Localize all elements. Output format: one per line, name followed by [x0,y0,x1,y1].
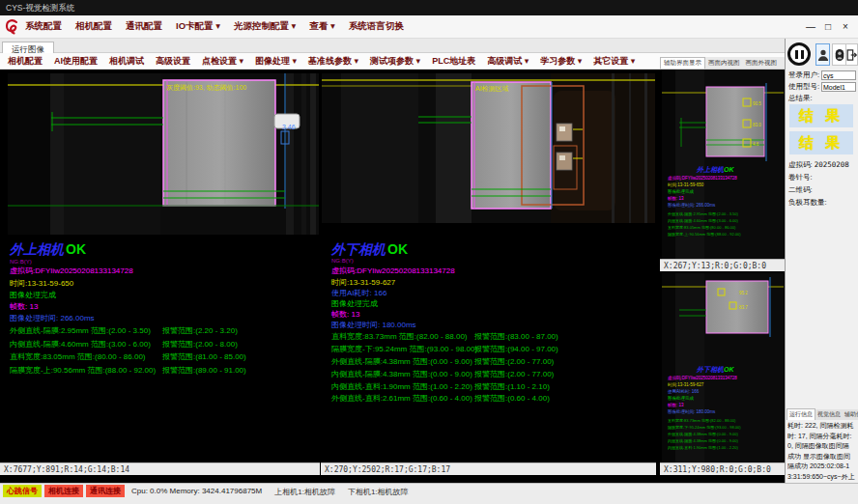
result-ok: OK [724,366,734,373]
left-measurements: 外侧直线-隔膜:2.95mm 范围:(2.00 - 3.50) 报警范围:(2.… [0,325,320,378]
thumb-tab-aux[interactable]: 辅助界面显示 [660,57,705,69]
measurement-text: 内侧直线-直料:1.90mm 范围:(1.00 - 2.20) [331,381,472,392]
log-tab-run[interactable]: 运行信息 [786,408,815,420]
middle-camera-image[interactable]: AI检测区域 [322,73,655,223]
ng-label: NG:B(Y) [331,258,354,264]
process-time: 图像处理时间: 180.00ms [668,408,716,415]
log-tab-aux[interactable]: 辅助信息 [843,409,858,420]
measurement-text: 直料宽度:83.73mm 范围:(82.00 - 88.00) [331,331,468,342]
cell-region [163,80,275,206]
left-camera-image[interactable]: 3.46 灰度阈值:93, 动态阈值:100 [8,73,319,235]
exit-button[interactable] [845,43,858,66]
middle-camera-title: 外下相机OK [331,241,408,259]
marker-label: 83.0 [753,123,761,127]
thumb-tab-strip: 辅助界面显示 画面内视图 画面外视图 [660,57,785,70]
title-bar: CYS-视觉检测系统 [0,0,858,15]
capture-time: 时间:13-31-59-650 [10,278,73,289]
menu-item[interactable]: IO卡配置 ▾ [176,20,220,33]
virtual-code: 虚拟码:DFYIiw20250208133134728 [331,266,455,276]
toolbar-item[interactable]: AI使用配置 [54,55,98,68]
alarm-range: 报警范围:(2.00 - 77.00) [474,369,554,379]
result-ok: OK [66,241,86,257]
heartbeat-badge: 心跳信号 [3,485,42,497]
virtual-code: 虚拟码:DFYIiw20250208133134728 [668,175,737,181]
toolbar-item[interactable]: 基准线参数 ▾ [308,55,358,68]
login-user-row: 登录用户: [788,70,856,80]
ai-region-label: AI检测区域 [475,85,509,93]
result-ok: OK [387,241,408,257]
toolbar-item[interactable]: PLC地址表 [432,55,475,68]
menu-item[interactable]: 系统配置 [25,20,62,33]
svg-text:外下相机OK: 外下相机OK [696,366,734,374]
measurement-row: 直料宽度:83.73mm 范围:(82.00 - 88.00) 报警范围:(83… [322,331,656,344]
frame-count: 帧数: 13 [668,196,684,201]
toolbar-item[interactable]: 相机配置 [8,55,43,68]
alarm-range: 报警范围:(89.00 - 91.00) [162,365,246,376]
thumb1-camera-image[interactable]: 90.5 83.0 4.6 外上相机OK 虚拟码:DFYIiw202502081… [662,70,784,259]
menu-item[interactable]: 通讯配置 [126,20,162,33]
measurement-row: 外侧直线-隔膜:4.38mm 范围:(0.00 - 9.00) 报警范围:(2.… [322,356,656,369]
virtual-code-label: 虚拟码: [788,160,813,169]
toolbar-item[interactable]: 高级调试 ▾ [487,55,529,68]
menu-item[interactable]: 系统语言切换 [349,20,404,33]
toolbar-item[interactable]: 学习参数 ▾ [540,55,582,68]
frame-count: 帧数: 13 [331,309,359,320]
menu-item[interactable]: 相机配置 [75,20,112,33]
upper-camera-status: 上相机1:相机故障 [274,485,335,497]
marker-label: 95.2 [739,291,748,295]
middle-pixel-readout: X:270;Y:2502;R:17;G:17;B:17 [321,462,656,475]
toolbar-item[interactable]: 其它设置 ▾ [593,55,635,68]
threshold-label: 灰度阈值:93, 动态阈值:100 [166,84,246,92]
model-input[interactable] [821,82,856,92]
svg-text:外上相机OK: 外上相机OK [696,166,734,174]
pause-button[interactable] [787,42,811,66]
login-user-input[interactable] [821,70,856,80]
alarm-range: 报警范围:(2.00 - 77.00) [474,356,554,367]
measurement-row: 隔膜宽度-下:95.24mm 范围:(93.00 - 98.00) 报警范围:(… [322,344,656,356]
measurement-text: 内侧直线-隔膜:4.38mm 范围:(0.00 - 9.00) [331,369,472,379]
measurement-text: 外侧直线-直料:2.61mm 范围:(0.60 - 4.00) [331,393,472,404]
log-tab-strip: 运行信息 视觉信息 辅助信息 [786,409,858,420]
alarm-range: 报警范围:(81.00 - 85.00) [162,351,246,362]
main-content: 3.46 灰度阈值:93, 动态阈值:100 外上相机OK NG:B(Y) 虚拟… [0,70,785,483]
thumb-tab-inner[interactable]: 画面内视图 [705,58,743,69]
measurement-text: 直料宽度:83.05mm 范围:(80.00 - 86.00) [668,225,736,230]
window-controls: — □ × [802,17,854,37]
window-title: CYS-视觉检测系统 [6,3,74,13]
camera-connect-badge: 相机连接 [44,485,83,497]
user-login-button[interactable] [815,43,830,66]
measurement-row: 外侧直线-隔膜:2.95mm 范围:(2.00 - 3.50) 报警范围:(2.… [0,325,320,339]
toolbar-item[interactable]: 相机调试 [109,55,144,68]
maximize-button[interactable]: □ [819,17,837,37]
exit-icon [846,47,857,63]
virtual-code-row: 虚拟码: 20250208 [788,160,849,170]
process-time: 图像处理时间: 180.00ms [331,320,416,330]
frame-count: 帧数: 13 [668,403,684,407]
virtual-code-value: 20250208 [815,160,849,169]
alarm-range: 报警范围:(0.60 - 4.00) [474,393,550,404]
thumb2-camera-image[interactable]: 95.2 83.7 外下相机OK 虚拟码:DFYIiw2025020813313… [662,273,784,462]
measurement-row: 内侧直线-隔膜:4.38mm 范围:(0.00 - 9.00) 报警范围:(2.… [322,369,656,381]
result-ok: OK [724,166,734,173]
operator-button[interactable] [832,43,846,66]
toolbar-item[interactable]: 高级设置 [156,55,190,68]
measurement-text: 外侧直线-隔膜:2.95mm 范围:(2.00 - 3.50) [10,325,151,336]
log-tab-vision[interactable]: 视觉信息 [815,409,843,420]
measurement-text: 内侧直线-隔膜:4.60mm 范围:(3.00 - 6.00) [10,339,151,350]
camera-name: 外下相机 [331,241,386,257]
left-pixel-readout: X:7677;Y:891;R:14;G:14;B:14 [0,462,320,475]
menu-item[interactable]: 光源控制配置 ▾ [234,20,296,33]
ng-label: NG:B(Y) [10,259,32,265]
camera-name: 外上相机 [696,166,725,174]
toolbar-item[interactable]: 测试项参数 ▾ [370,55,420,68]
thumb-tab-outer[interactable]: 画面外视图 [743,58,781,69]
measurement-row: 外侧直线-直料:2.61mm 范围:(0.60 - 4.00) 报警范围:(0.… [322,393,656,406]
menu-item[interactable]: 查看 ▾ [309,20,334,33]
minimize-button[interactable]: — [802,17,819,37]
close-button[interactable]: × [837,17,854,37]
toolbar-item[interactable]: 点检设置 ▾ [202,55,243,68]
toolbar-item[interactable]: 图像处理 ▾ [255,55,297,68]
measurement-text: 外侧直线-隔膜:4.38mm 范围:(0.00 - 9.00) [331,356,472,367]
marker-label: 4.6 [753,142,759,147]
thumb1-pixel-readout: X:267;Y:13;R:0;G:0;B:0 [660,259,785,271]
